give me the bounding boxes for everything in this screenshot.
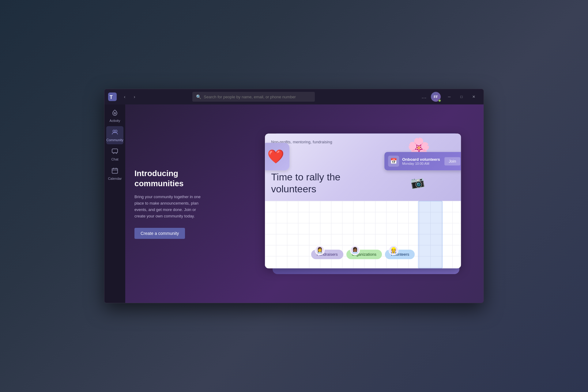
event-info: Onboard volunteers Monday 10:00 AM <box>402 157 441 165</box>
sidebar-item-calendar[interactable]: Calendar <box>106 165 123 183</box>
svg-rect-6 <box>112 168 118 173</box>
card-top-section: Non-profits, mentoring, fundraising Time… <box>265 134 461 201</box>
app-window: T ‹ › 🔍 ... FF ─ □ ✕ <box>104 89 484 303</box>
fundraiser-avatar: 👩‍⚕️ <box>315 245 325 255</box>
close-button[interactable]: ✕ <box>468 92 480 102</box>
card-bottom-section: 👩‍⚕️ Fundraisers 👩🏾‍💼 Organizations <box>265 201 461 268</box>
illustration-area: Non-profits, mentoring, fundraising Time… <box>211 104 484 303</box>
search-input[interactable] <box>204 95 311 99</box>
event-card: 📅 Onboard volunteers Monday 10:00 AM Joi… <box>384 152 461 170</box>
tags-row: 👩‍⚕️ Fundraisers 👩🏾‍💼 Organizations <box>311 250 415 259</box>
search-bar[interactable]: 🔍 <box>192 92 315 102</box>
maximize-button[interactable]: □ <box>455 92 468 102</box>
event-title: Onboard volunteers <box>402 157 441 162</box>
calendar-icon <box>111 167 118 175</box>
intro-title: Introducing communities <box>134 168 202 189</box>
minimize-button[interactable]: ─ <box>443 92 455 102</box>
search-icon: 🔍 <box>196 94 201 99</box>
nav-arrows: ‹ › <box>120 92 139 101</box>
intro-panel: Introducing communities Bring your commu… <box>125 156 211 251</box>
titlebar-right: ... FF ─ □ ✕ <box>420 92 480 102</box>
create-community-button[interactable]: Create a community <box>134 228 185 239</box>
community-icon <box>111 129 118 137</box>
sidebar-item-chat[interactable]: Chat <box>106 145 123 164</box>
svg-text:T: T <box>110 95 113 100</box>
svg-point-3 <box>113 130 115 132</box>
sidebar-label-calendar: Calendar <box>108 177 122 180</box>
sidebar-item-community[interactable]: Community <box>106 126 123 144</box>
chat-icon <box>111 148 118 156</box>
more-options-button[interactable]: ... <box>420 92 428 101</box>
main-content: Introducing communities Bring your commu… <box>125 104 484 303</box>
tag-wrapper-volunteers: 👷 Volunteers <box>385 250 415 259</box>
heart-card: ❤️ <box>265 143 289 170</box>
avatar-status <box>438 99 441 102</box>
sidebar-label-activity: Activity <box>110 119 120 123</box>
window-controls: ─ □ ✕ <box>443 92 480 102</box>
intro-description: Bring your community together in one pla… <box>134 194 202 219</box>
blue-bar-decoration <box>418 201 443 268</box>
titlebar: T ‹ › 🔍 ... FF ─ □ ✕ <box>104 89 484 104</box>
event-time: Monday 10:00 AM <box>402 162 441 165</box>
tag-wrapper-fundraisers: 👩‍⚕️ Fundraisers <box>311 250 343 259</box>
forward-button[interactable]: › <box>130 92 139 101</box>
activity-icon <box>111 109 118 118</box>
join-event-button[interactable]: Join <box>444 157 460 165</box>
sidebar: Activity Community Chat <box>104 104 125 303</box>
camera-decoration: 📷 <box>409 175 425 190</box>
teams-logo: T <box>108 92 117 101</box>
tag-wrapper-organizations: 👩🏾‍💼 Organizations <box>346 250 382 259</box>
card-title: Time to rally thevolunteers <box>271 171 340 195</box>
svg-point-2 <box>114 113 116 114</box>
back-button[interactable]: ‹ <box>120 92 129 101</box>
sidebar-item-activity[interactable]: Activity <box>106 107 123 125</box>
organizations-avatar: 👩🏾‍💼 <box>350 245 360 255</box>
sidebar-label-community: Community <box>106 138 123 142</box>
volunteers-avatar: 👷 <box>389 245 398 255</box>
main-illustration-card: Non-profits, mentoring, fundraising Time… <box>265 134 461 268</box>
event-icon: 📅 <box>388 156 399 167</box>
sidebar-label-chat: Chat <box>111 157 118 161</box>
svg-point-4 <box>115 130 117 132</box>
avatar[interactable]: FF <box>431 92 441 102</box>
svg-rect-5 <box>112 149 118 153</box>
